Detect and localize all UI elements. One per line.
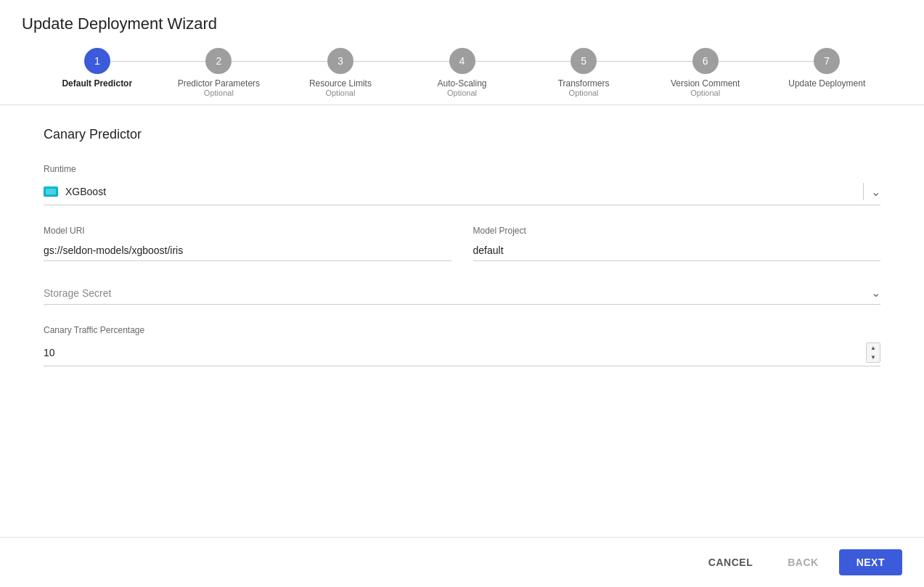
step-3-label: Resource Limits xyxy=(309,78,372,89)
step-5[interactable]: 5 Transformers Optional xyxy=(523,48,645,97)
cancel-button[interactable]: CANCEL xyxy=(694,549,767,575)
storage-secret-select[interactable]: Storage Secret ⌄ xyxy=(44,282,880,305)
storage-secret-label: Storage Secret xyxy=(44,287,871,299)
step-1-circle: 1 xyxy=(84,48,110,74)
step-5-circle: 5 xyxy=(571,48,597,74)
chevron-down-icon: ⌄ xyxy=(871,185,880,199)
runtime-label: Runtime xyxy=(44,164,880,174)
step-7-labels: Update Deployment xyxy=(788,78,865,89)
svg-rect-1 xyxy=(46,189,56,194)
step-7-circle: 7 xyxy=(814,48,840,74)
section-title: Canary Predictor xyxy=(44,127,880,142)
canary-traffic-field-group: Canary Traffic Percentage ▲ ▼ xyxy=(44,325,880,366)
page-title: Update Deployment Wizard xyxy=(22,15,902,33)
runtime-select[interactable]: XGBoost ⌄ xyxy=(44,178,880,205)
step-6-label: Version Comment xyxy=(671,78,740,89)
model-project-input[interactable] xyxy=(473,240,881,261)
step-6-circle: 6 xyxy=(692,48,719,74)
step-4-labels: Auto-Scaling Optional xyxy=(438,78,487,97)
step-4-circle: 4 xyxy=(449,48,475,74)
step-7[interactable]: 7 Update Deployment xyxy=(766,48,888,89)
model-uri-field-group: Model URI xyxy=(44,226,451,261)
step-1-labels: Default Predictor xyxy=(62,78,132,89)
step-7-label: Update Deployment xyxy=(788,78,865,89)
step-3-sublabel: Optional xyxy=(325,89,355,97)
next-button[interactable]: NEXT xyxy=(839,549,902,575)
step-2-labels: Predictor Parameters Optional xyxy=(178,78,260,97)
step-3[interactable]: 3 Resource Limits Optional xyxy=(279,48,401,97)
storage-secret-field-group: Storage Secret ⌄ xyxy=(44,282,880,305)
storage-secret-chevron-icon: ⌄ xyxy=(871,286,880,300)
step-2-label: Predictor Parameters xyxy=(178,78,260,89)
step-1-label: Default Predictor xyxy=(62,78,132,89)
spinner-up-button[interactable]: ▲ xyxy=(866,343,880,353)
step-4-sublabel: Optional xyxy=(447,89,477,97)
step-5-label: Transformers xyxy=(558,78,610,89)
step-4-label: Auto-Scaling xyxy=(438,78,487,89)
model-project-label: Model Project xyxy=(473,226,881,236)
runtime-divider xyxy=(863,183,864,200)
uri-project-row: Model URI Model Project xyxy=(44,226,880,261)
number-spinner: ▲ ▼ xyxy=(866,342,880,363)
step-2[interactable]: 2 Predictor Parameters Optional xyxy=(158,48,280,97)
stepper: 1 Default Predictor 2 Predictor Paramete… xyxy=(22,48,902,97)
step-1[interactable]: 1 Default Predictor xyxy=(36,48,158,89)
runtime-field-group: Runtime XGBoost ⌄ xyxy=(44,164,880,205)
step-6-labels: Version Comment Optional xyxy=(671,78,740,97)
step-6[interactable]: 6 Version Comment Optional xyxy=(645,48,766,97)
runtime-value: XGBoost xyxy=(65,186,856,197)
model-uri-input[interactable] xyxy=(44,240,451,261)
canary-traffic-input[interactable] xyxy=(44,347,866,358)
step-3-circle: 3 xyxy=(327,48,353,74)
main-content: Canary Predictor Runtime XGBoost ⌄ Model… xyxy=(0,105,924,537)
model-uri-label: Model URI xyxy=(44,226,451,236)
step-3-labels: Resource Limits Optional xyxy=(309,78,372,97)
step-4[interactable]: 4 Auto-Scaling Optional xyxy=(401,48,523,97)
spinner-down-button[interactable]: ▼ xyxy=(866,353,880,362)
canary-traffic-label: Canary Traffic Percentage xyxy=(44,325,880,335)
step-2-sublabel: Optional xyxy=(204,89,234,97)
step-6-sublabel: Optional xyxy=(690,89,720,97)
canary-traffic-input-wrapper: ▲ ▼ xyxy=(44,340,880,366)
step-5-sublabel: Optional xyxy=(569,89,599,97)
xgboost-icon xyxy=(44,186,58,197)
footer: CANCEL BACK NEXT xyxy=(0,537,924,587)
back-button[interactable]: BACK xyxy=(773,549,833,575)
model-project-field-group: Model Project xyxy=(473,226,881,261)
page-header: Update Deployment Wizard 1 Default Predi… xyxy=(0,0,924,105)
step-5-labels: Transformers Optional xyxy=(558,78,610,97)
step-2-circle: 2 xyxy=(205,48,232,74)
